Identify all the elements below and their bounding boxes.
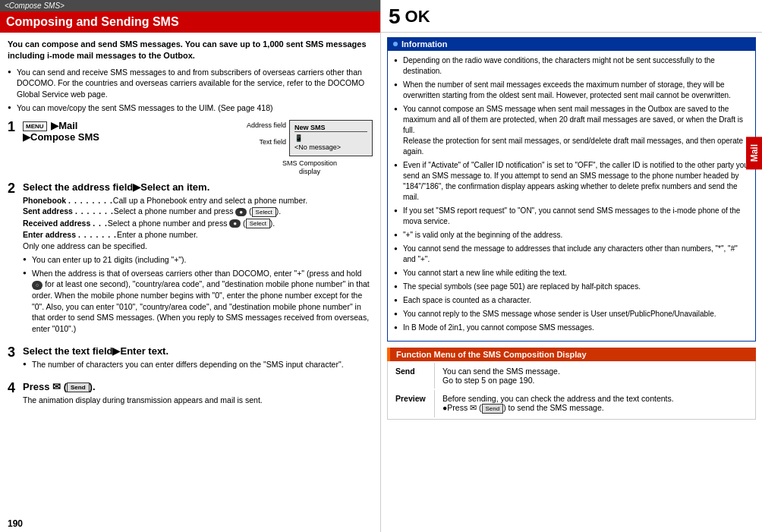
step1-title: MENU ▶Mail ▶Compose SMS [23,120,239,143]
info-bullet-4: Even if "Activate" of "Caller ID notific… [394,160,749,203]
intro-bullets: You can send and receive SMS messages to… [8,67,373,114]
intro-text: You can compose and send SMS messages. Y… [8,39,373,62]
func-menu-table: Send You can send the SMS message.Go to … [387,361,756,420]
func-menu-send-val: You can send the SMS message.Go to step … [436,363,754,389]
menu-icon: MENU [23,121,47,131]
step2-phonebook-key: Phonebook . . . . . . . . [23,196,113,205]
info-bullet-12: In B Mode of 2in1, you cannot compose SM… [394,323,749,333]
header-title: Composing and Sending SMS [0,11,380,33]
step2-enter-key: Enter address . . . . . . . [23,230,117,239]
func-menu-preview-key: Preview [389,390,435,417]
step5-number: 5 [389,5,401,29]
step4-title: Press ✉ (Send). [23,381,373,392]
step2-bullet-1: You can enter up to 21 digits (including… [23,254,373,266]
mail-tab: Mail [746,137,762,169]
sms-caption: SMS Compositiondisplay [282,159,337,177]
screen-title: New SMS [294,124,367,132]
step1-number: 1 [8,120,20,135]
step5-title: OK [405,7,430,27]
sms-screen: New SMS 📱 <No message> [289,120,373,156]
intro-bullet-2: You can move/copy the sent SMS messages … [8,102,373,114]
func-menu-send-key: Send [389,363,435,389]
step2-sent-val: Select a phone number and press ● (Selec… [114,206,373,217]
info-bullet-3: You cannot compose an SMS message when s… [394,104,749,157]
step2-title: Select the address field▶Select an item. [23,181,373,193]
step2-received-val: Select a phone number and press ● (Selec… [108,219,373,229]
info-bullet-6: "+" is valid only at the beginning of th… [394,230,749,241]
info-bullet-2: When the number of sent mail messages ex… [394,80,749,101]
step3-bullet: The number of characters you can enter d… [23,359,373,370]
step2-bullet-2: When the address is that of overseas car… [23,268,373,335]
step2-enter-val: Enter a phone number. [117,230,373,239]
step4-number: 4 [8,381,20,396]
info-bullet-1: Depending on the radio wave conditions, … [394,55,749,77]
page-number: 190 [0,514,380,532]
intro-bullet-1: You can send and receive SMS messages to… [8,67,373,100]
func-menu-header: Function Menu of the SMS Composition Dis… [387,348,756,361]
screen-address: 📱 [294,134,367,142]
address-field-label: Address field [247,120,286,131]
screen-message: <No message> [294,143,367,151]
step2-sent-key: Sent address . . . . . . . [23,206,114,217]
info-bullet-11: You cannot reply to the SMS message whos… [394,309,749,320]
step2-note1: Only one address can be specified. [23,241,373,252]
step2-number: 2 [8,181,20,197]
step2-received-key: Received address . . . [23,219,108,229]
text-field-label: Text field [247,137,286,147]
func-menu-preview-val: Before sending, you can check the addres… [436,390,754,417]
info-header: Information [387,37,756,51]
info-bullet-10: Each space is counted as a character. [394,295,749,306]
info-content: Depending on the radio wave conditions, … [387,51,756,342]
info-bullet-8: You cannot start a new line while editin… [394,268,749,279]
step2-phonebook-val: Call up a Phonebook entry and select a p… [113,196,373,205]
info-bullet-9: The special symbols (see page 501) are r… [394,282,749,292]
func-menu-preview-row: Preview Before sending, you can check th… [389,390,754,417]
step3-title: Select the text field▶Enter text. [23,345,373,357]
func-menu-send-row: Send You can send the SMS message.Go to … [389,363,754,389]
step3-number: 3 [8,345,20,360]
header-tag: <Compose SMS> [0,0,380,11]
info-bullet-5: If you set "SMS report request" to "ON",… [394,206,749,227]
step4-note: The animation display during transmissio… [23,395,373,406]
info-bullet-7: You cannot send the message to addresses… [394,244,749,265]
